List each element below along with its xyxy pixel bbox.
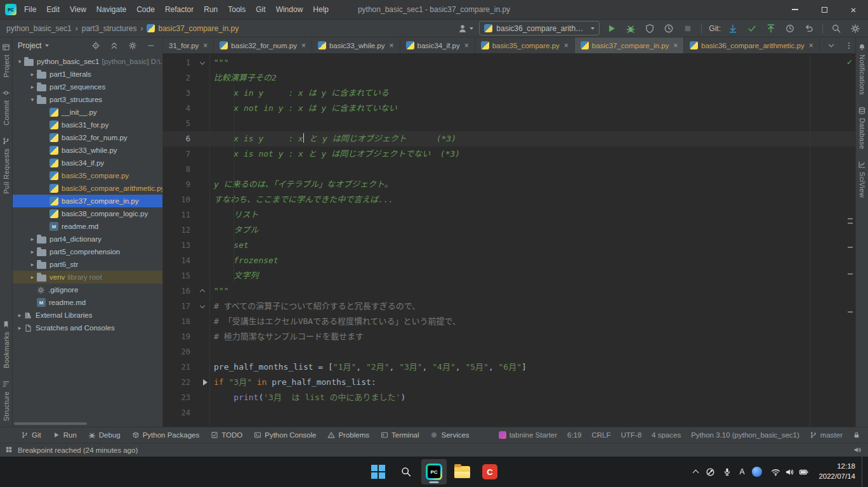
red-c-app-button[interactable]: C [477,459,503,484]
code-line[interactable]: """ [210,55,855,70]
status-widget-python-3-10-python-basic-sec1[interactable]: Python 3.10 (python_basic_sec1) [691,431,799,439]
tree-item-part5-comprehension[interactable]: ▸part5_comprehension [13,245,162,258]
tree-item-part1-literals[interactable]: ▸part1_literals [13,68,162,81]
search-button[interactable] [830,22,843,35]
settings-gear-button[interactable] [126,39,139,52]
tree-item-python-basic-sec1[interactable]: ▾python_basic_sec1 [python_basic] D:\... [13,55,162,68]
tree-item-part4-dictionary[interactable]: ▸part4_dictionary [13,233,162,245]
pycharm-app-button[interactable]: PC [421,459,447,484]
line-number[interactable]: 12 [163,223,209,238]
close-icon[interactable]: × [673,41,678,50]
status-widget-utf-8[interactable]: UTF-8 [621,431,642,439]
tree-item-scratches-and-consoles[interactable]: ▸Scratches and Consoles [13,321,162,334]
hide-button[interactable] [145,39,157,52]
toolwindow-button-structure[interactable]: Structure [2,374,10,427]
project-panel-title[interactable]: Project [18,41,41,50]
code-line[interactable]: x is y : x と y は同じオブジェクト (*3) [210,131,855,146]
tree-chevron-icon[interactable]: ▸ [28,84,37,90]
locate-button[interactable] [89,39,102,52]
code-line[interactable]: x in y : x は y に含まれている [210,86,855,101]
code-line[interactable]: 文字列 [210,268,855,283]
line-number[interactable]: 14 [163,253,209,268]
menu-tools[interactable]: Tools [223,0,251,19]
status-widget-lock[interactable] [853,431,860,439]
toolwindow-button-bookmarks[interactable]: Bookmarks [2,315,10,374]
menu-help[interactable]: Help [308,0,334,19]
toolwindow-button-project[interactable]: Project [2,37,10,83]
menu-code[interactable]: Code [131,0,160,19]
menu-run[interactable]: Run [199,0,223,19]
menu-navigate[interactable]: Navigate [91,0,131,19]
line-number[interactable]: 24 [163,405,209,420]
show-desktop-button[interactable] [862,457,867,487]
toolwindow-button-terminal[interactable]: Terminal [375,427,424,443]
file-explorer-button[interactable] [449,459,475,484]
close-icon[interactable]: × [809,41,813,50]
status-widget-crlf[interactable]: CRLF [591,431,610,439]
horizontal-scrollbar[interactable] [14,422,87,425]
code-line[interactable]: すなわち、ここまでに学んできた中で言えば... [210,192,855,207]
tab-basic34-if-py[interactable]: basic34_if.py× [400,37,475,53]
close-icon[interactable]: × [564,41,569,50]
tree-item-basic33-while-py[interactable]: basic33_while.py [13,144,162,157]
tree-item-readme-md[interactable]: Mreadme.md [13,296,162,309]
profiler-button[interactable] [662,22,675,35]
line-number[interactable]: 6 [163,131,209,146]
toolwindow-button-pull-requests[interactable]: Pull Requests [2,131,10,200]
tree-item-basic31-for-py[interactable]: basic31_for.py [13,119,162,131]
toolwindow-button-run[interactable]: Run [47,427,82,443]
tree-item-venv[interactable]: ▸venv library root [13,271,162,283]
minimize-button[interactable] [780,0,810,19]
line-number[interactable]: 8 [163,162,209,177]
code-line[interactable]: if "3月" in pre_half_months_list: [210,375,855,390]
tab-basic36-compare-arithmetic-py[interactable]: basic36_compare_arithmetic.py× [684,37,819,53]
code-area[interactable]: """比較演算子その2 x in y : x は y に含まれている x not… [210,54,855,427]
tree-chevron-icon[interactable]: ▸ [28,71,37,77]
close-icon[interactable]: × [464,41,469,50]
code-line[interactable]: print('3月 は list の中にありました') [210,390,855,405]
close-button[interactable]: × [839,0,868,19]
menu-edit[interactable]: Edit [41,0,65,19]
code-line[interactable]: # 極力簡潔なサンプルコードを載せます [210,329,855,344]
fold-icon[interactable] [200,303,205,308]
breadcrumb-item-basic37-compare-in-py[interactable]: basic37_compare_in.py [147,24,239,33]
status-widget-master[interactable]: master [810,431,843,439]
line-number[interactable]: 23 [163,390,209,405]
tree-chevron-icon[interactable]: ▸ [28,236,37,242]
code-line[interactable] [210,344,855,360]
tree-chevron-icon[interactable]: ▸ [28,249,37,255]
settings-gear-button[interactable] [849,22,862,35]
tool-windows-quick-access[interactable] [5,446,13,455]
toolwindow-button-debug[interactable]: Debug [82,427,126,443]
run-button[interactable] [605,22,618,35]
tree-item-readme-md[interactable]: Mreadme.md [13,220,162,233]
line-number[interactable]: 17 [163,299,209,314]
rollback-button[interactable] [803,22,815,35]
tab-basic33-while-py[interactable]: basic33_while.py× [312,37,400,53]
fold-icon[interactable] [200,60,205,65]
line-number[interactable]: 18 [163,314,209,329]
code-line[interactable] [210,116,855,131]
windows-start-button[interactable] [365,459,391,484]
toolwindow-button-services[interactable]: Services [424,427,475,443]
steam-tray-button[interactable] [702,459,719,484]
taskbar-search-button[interactable] [393,459,419,484]
tree-item-basic32-for-num-py[interactable]: basic32_for_num.py [13,131,162,144]
menu-window[interactable]: Window [271,0,308,19]
run-config-select[interactable]: basic36_compare_arithmetic [479,21,600,36]
user-menu-button[interactable] [457,23,473,34]
status-widget-6-19[interactable]: 6:19 [567,431,581,439]
line-number[interactable]: 9 [163,177,209,192]
toolwindow-button-python-packages[interactable]: Python Packages [126,427,206,443]
close-icon[interactable]: × [301,41,306,50]
fold-icon[interactable] [200,289,205,294]
tree-chevron-icon[interactable]: ▸ [28,274,37,280]
tree-item-basic37-compare-in-py[interactable]: basic37_compare_in.py [13,195,162,207]
tree-item-init-py[interactable]: __init__.py [13,106,162,119]
code-line[interactable] [210,405,855,420]
toolwindow-button-sciview[interactable]: SciView [858,155,866,204]
tree-item-part3-structures[interactable]: ▾part3_structures [13,93,162,106]
coverage-button[interactable] [643,22,656,35]
line-number[interactable]: 1 [163,55,209,70]
taskbar-clock[interactable]: 12:182022/07/14 [813,462,860,481]
